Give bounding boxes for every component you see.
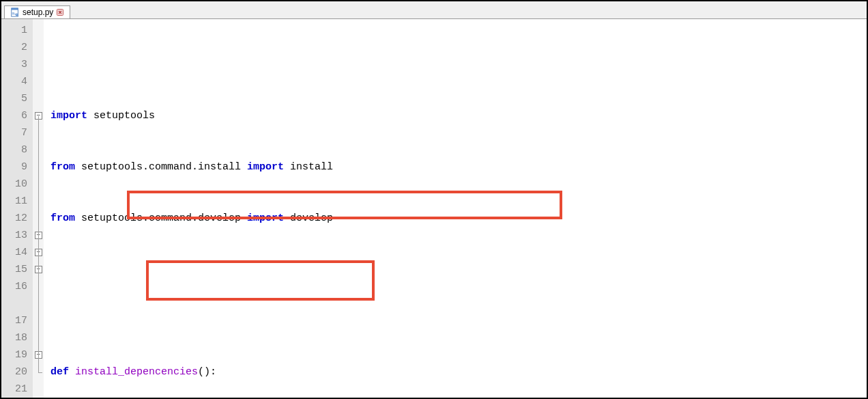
line-number: 18: [1, 329, 27, 346]
line-number: 15: [1, 261, 27, 278]
tab-filename: setup.py: [23, 8, 53, 17]
line-number: 20: [1, 363, 27, 381]
file-tab[interactable]: setup.py: [4, 5, 70, 18]
line-number: 8: [1, 141, 27, 159]
code-line: import setuptools: [50, 107, 867, 124]
line-number: 10: [1, 176, 27, 193]
fold-toggle[interactable]: −: [33, 261, 44, 278]
code-line: from setuptools.command.develop import d…: [50, 210, 867, 227]
line-number: 7: [1, 124, 27, 141]
fold-toggle[interactable]: −: [33, 227, 44, 244]
line-number: 17: [1, 312, 27, 329]
line-number: 6: [1, 107, 27, 124]
line-number: 2: [1, 39, 27, 56]
tab-close-icon[interactable]: [56, 8, 64, 16]
line-number: 9: [1, 159, 27, 176]
svg-rect-3: [16, 14, 18, 15]
line-number: 3: [1, 56, 27, 73]
file-icon: [10, 8, 20, 17]
line-number: 13: [1, 227, 27, 244]
fold-gutter: − − − − −: [33, 19, 44, 398]
fold-toggle[interactable]: −: [33, 107, 44, 124]
svg-rect-1: [12, 8, 18, 10]
line-number: 16: [1, 278, 27, 295]
fold-toggle[interactable]: −: [33, 346, 44, 363]
line-number: 4: [1, 73, 27, 90]
code-line: [50, 261, 867, 278]
code-line: [50, 312, 867, 329]
line-number: 11: [1, 193, 27, 210]
code-line: from setuptools.command.install import i…: [50, 159, 867, 176]
code-editor[interactable]: import setuptools from setuptools.comman…: [44, 19, 867, 398]
line-number: 19: [1, 346, 27, 363]
line-number: 21: [1, 381, 27, 398]
fold-toggle[interactable]: −: [33, 244, 44, 261]
tab-bar: setup.py: [1, 1, 867, 19]
code-line: def install_depencencies():: [50, 363, 867, 381]
line-number: 5: [1, 90, 27, 107]
line-number: 14: [1, 244, 27, 261]
line-number: 1: [1, 22, 27, 39]
editor-area: 1 2 3 4 5 6 7 8 9 10 11 12 13 14 15 16 1…: [1, 19, 867, 398]
line-number: 12: [1, 210, 27, 227]
line-number: [1, 295, 27, 312]
line-number-gutter: 1 2 3 4 5 6 7 8 9 10 11 12 13 14 15 16 1…: [1, 19, 33, 398]
